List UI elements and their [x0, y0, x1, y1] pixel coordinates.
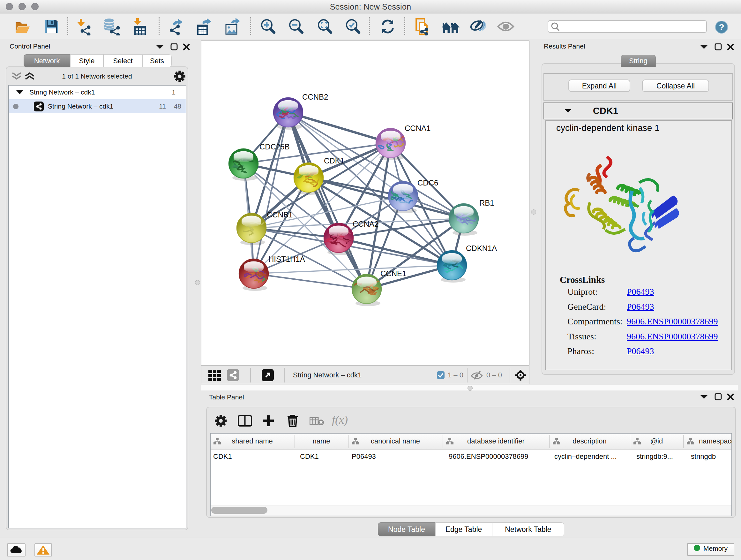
svg-text:CCNA1: CCNA1	[405, 124, 430, 132]
svg-text:CCNA2: CCNA2	[353, 220, 379, 228]
svg-text:CCNE1: CCNE1	[381, 269, 406, 278]
svg-text:CDK1: CDK1	[324, 157, 344, 165]
svg-text:RB1: RB1	[479, 199, 494, 207]
svg-text:CDC6: CDC6	[417, 179, 438, 187]
svg-text:CCNB2: CCNB2	[302, 92, 328, 101]
svg-text:HIST1H1A: HIST1H1A	[268, 255, 305, 263]
svg-text:CDC25B: CDC25B	[259, 142, 290, 151]
svg-text:CDKN1A: CDKN1A	[466, 244, 497, 253]
svg-text:CCNB1: CCNB1	[267, 210, 293, 219]
